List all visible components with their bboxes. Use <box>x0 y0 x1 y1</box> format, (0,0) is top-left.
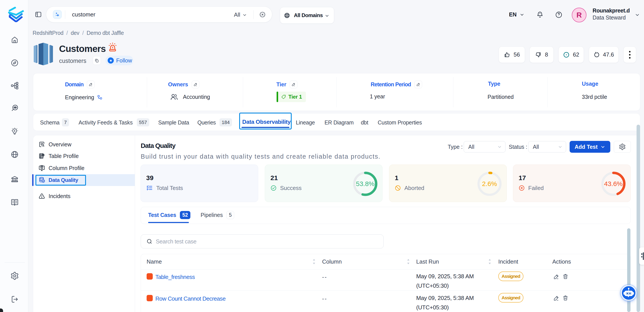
svg-text:53.8%: 53.8% <box>356 180 374 187</box>
svg-text:2.6%: 2.6% <box>482 180 497 187</box>
svg-text:43.6%: 43.6% <box>604 180 622 187</box>
